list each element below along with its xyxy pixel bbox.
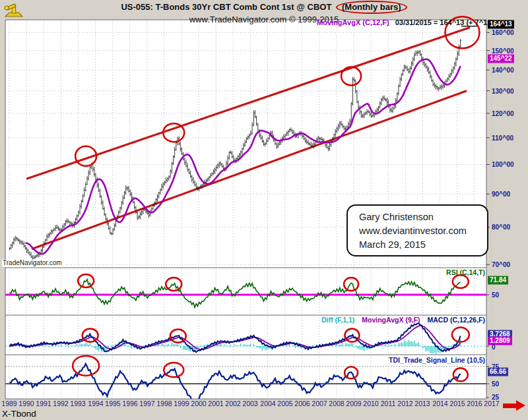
year-label: 2003 <box>240 400 260 407</box>
price-tick-label: 130^00 <box>492 88 514 95</box>
moving-average-badge: 145^22 <box>488 55 514 63</box>
macd-avg-label: MovingAvgX (9,F) <box>362 316 420 324</box>
price-tick-label: 80^00 <box>492 224 510 231</box>
annotation-author: Gary Christenson <box>359 210 487 224</box>
price-tick-label: 100^00 <box>492 161 514 168</box>
macd-label: MACD (C,12,26,F) <box>427 316 485 324</box>
price-tick-label: 120^00 <box>492 110 514 117</box>
moving-average-label: MovingAvgX (C,12,F) <box>317 18 389 26</box>
tdi-value-badge: 66.66 <box>488 368 508 376</box>
moving-average-annotation: MovingAvgX (C,12,F) 03/31/2015 = 164^13 … <box>317 18 494 26</box>
price-tick-label: 90^00 <box>492 191 510 198</box>
annotation-box: Gary Christenson www.deviantinvestor.com… <box>346 204 488 256</box>
price-tick-label: 140^00 <box>492 67 514 74</box>
macd-labels: Diff (F,1,1) MovingAvgX (9,F) MACD (C,12… <box>321 316 485 324</box>
tdi-mid-tick-label: 50 <box>492 380 499 388</box>
diff-label: Diff (F,1,1) <box>321 316 354 324</box>
tab-x-tbond[interactable]: X-Tbond <box>2 409 36 419</box>
year-label: 2013 <box>412 400 432 407</box>
annotation-date: March 29, 2015 <box>359 238 487 252</box>
price-tick-label: 150^00 <box>492 47 514 55</box>
monthly-bars-red-ellipse: (Monthly bars) <box>336 1 407 14</box>
monthly-bars-label: (Monthly bars) <box>342 2 401 12</box>
arrow-tip <box>516 400 525 411</box>
tdi-label: TDI_Trade_Signal_Line (10,5) <box>389 356 485 364</box>
scroll-right-arrow-icon[interactable] <box>502 400 526 411</box>
last-price-badge: 164^13 <box>488 20 514 29</box>
price-tick-label: 70^00 <box>492 261 510 268</box>
price-tick-label: 110^00 <box>492 135 513 142</box>
annotation-website: www.deviantinvestor.com <box>359 224 487 238</box>
rsi-mid-tick-label: 50 <box>492 291 499 299</box>
rsi-label: RSI (C,14,T) <box>446 268 485 276</box>
last-bar-value-label: 03/31/2015 = 164^13 (+ 7^12) <box>395 18 494 26</box>
watermark: TradeNavigator.com <box>2 259 64 267</box>
year-label: 2017 <box>482 400 502 407</box>
trade-navigator-window: US-055: T-Bonds 30Yr CBT Comb Cont 1st @… <box>0 0 528 420</box>
arrow-bar <box>503 404 516 408</box>
macd-zero-tick-label: 0 <box>492 344 496 351</box>
rsi-value-badge: 71.84 <box>488 276 508 285</box>
year-label: 1993 <box>68 400 88 407</box>
price-tick-label: 160^00 <box>492 29 514 36</box>
chart-title: US-055: T-Bonds 30Yr CBT Comb Cont 1st @… <box>121 2 331 12</box>
